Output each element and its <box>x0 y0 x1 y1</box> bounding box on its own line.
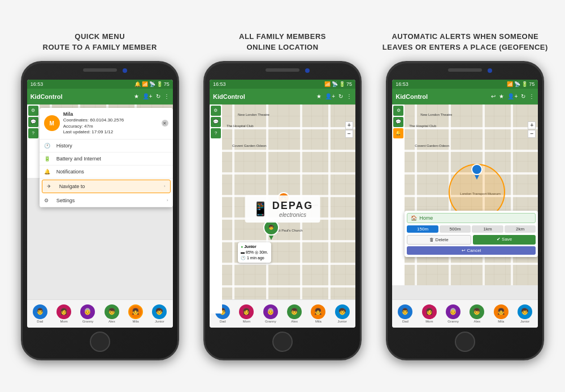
family-bar-2: 👨 Dad 👩 Mom 👵 Granny 👦 <box>210 299 355 328</box>
star-icon[interactable]: ★ <box>134 93 139 99</box>
help-sidebar-icon-2[interactable]: ? <box>211 128 221 138</box>
phone-3: 16:53 📶 📡 🔋 75 KidControl ↩ ★ <box>386 61 544 360</box>
junior-name: Junior <box>244 244 256 250</box>
map-label-new-london-3: New London Theatre <box>420 113 452 116</box>
refresh-icon-3[interactable]: ↻ <box>521 93 525 99</box>
phone-camera-2 <box>305 68 310 73</box>
dropdown-menu-1: M Mila Coordinates: 60.0104.30.2576 Accu… <box>40 108 173 207</box>
member-alex-3[interactable]: 👦 Alex <box>470 304 484 323</box>
depag-phone-icon: 📱 <box>252 201 269 217</box>
member-mila-2[interactable]: 👧 Mila <box>311 304 325 323</box>
road-h-2-8 <box>210 285 355 288</box>
history-label: History <box>56 143 72 149</box>
delete-geofence-btn[interactable]: 🗑 Delete <box>407 235 471 245</box>
member-dad-1[interactable]: 👨 Dad <box>33 304 47 323</box>
radius-500m[interactable]: 500m <box>440 225 471 233</box>
phone-section-1: QUICK MENU ROUTE TO A FAMILY MEMBER 16:5… <box>11 32 188 360</box>
chat-sidebar-icon-2[interactable]: 💬 <box>211 117 221 127</box>
member-junior-2[interactable]: 🧒 Junior <box>335 304 350 323</box>
more-icon-2[interactable]: ⋮ <box>346 93 352 99</box>
status-icons-1: 🔔 📶 📡 🔋 75 <box>134 81 169 87</box>
member-junior-1[interactable]: 🧒 Junior <box>152 304 167 323</box>
radius-1km[interactable]: 1km <box>472 225 503 233</box>
settings-sidebar-icon[interactable]: ⚙ <box>28 106 38 116</box>
signal-icon: 📡 <box>149 81 155 87</box>
refresh-icon[interactable]: ↻ <box>156 93 160 99</box>
map-controls-3[interactable]: + − <box>528 121 536 138</box>
close-dropdown-btn[interactable]: ✕ <box>162 120 168 127</box>
mom-avatar-3: 👩 <box>422 304 437 319</box>
alex-label-3: Alex <box>474 320 481 323</box>
family-bar-1: 👨 Dad 👩 Mom 👵 Granny 👦 <box>27 299 173 328</box>
caption-1: QUICK MENU ROUTE TO A FAMILY MEMBER <box>43 32 157 52</box>
geofence-panel: 🏠 Home 150m 500m 1km 2km <box>405 211 538 257</box>
road-v-3-4 <box>511 104 513 285</box>
member-alex-1[interactable]: 👦 Alex <box>105 304 119 323</box>
geofence-place-name: Home <box>419 215 433 221</box>
member-alex-2[interactable]: 👦 Alex <box>287 304 302 323</box>
menu-item-history[interactable]: 🕐 History <box>40 140 173 153</box>
road-v-3-1 <box>415 104 417 285</box>
junior-label-2: Junior <box>338 320 347 323</box>
home-button-3[interactable] <box>455 332 475 352</box>
add-person-icon-2[interactable]: 👤+ <box>325 93 335 99</box>
phone-camera-1 <box>123 68 127 73</box>
help-sidebar-icon[interactable]: ? <box>28 128 38 138</box>
mom-label-3: Mom <box>425 320 433 323</box>
dad-label-2: Dad <box>220 320 226 323</box>
app-title-2: KidControl <box>213 93 314 100</box>
settings-sidebar-icon-2[interactable]: ⚙ <box>211 106 221 116</box>
home-button-2[interactable] <box>272 332 293 352</box>
member-mila-1[interactable]: 👧 Mila <box>128 304 143 323</box>
junior-signal-icon: ◎ <box>255 250 258 255</box>
geofence-name-input[interactable]: 🏠 Home <box>407 213 536 223</box>
more-icon-3[interactable]: ⋮ <box>529 93 534 99</box>
member-mom-2[interactable]: 👩 Mom <box>239 304 254 323</box>
home-button-1[interactable] <box>90 332 110 352</box>
app-bar-3: KidControl ↩ ★ 👤+ ↻ ⋮ <box>392 89 538 104</box>
member-mom-1[interactable]: 👩 Mom <box>56 304 71 323</box>
member-granny-1[interactable]: 👵 Granny <box>80 304 95 323</box>
member-junior-3[interactable]: 🧒 Junior <box>518 304 532 323</box>
zoom-in-btn-3[interactable]: + <box>528 121 536 129</box>
menu-item-settings[interactable]: ⚙ Settings › <box>40 194 173 207</box>
map-area-3: New London Theatre The Hospital Club Cov… <box>392 104 538 285</box>
back-icon[interactable]: ↩ <box>491 93 496 99</box>
radius-150m[interactable]: 150m <box>407 225 438 233</box>
member-mom-3[interactable]: 👩 Mom <box>422 304 437 323</box>
settings-sidebar-icon-3[interactable]: ⚙ <box>393 106 403 116</box>
member-mila-3[interactable]: 👧 Mila <box>494 304 508 323</box>
road-h-2-6 <box>210 240 355 242</box>
status-bar-2: 16:53 📶 📡 🔋 75 <box>210 80 355 89</box>
zoom-out-btn-2[interactable]: − <box>345 130 353 138</box>
mila-label: Mila <box>133 320 139 323</box>
menu-item-notifications[interactable]: 🔔 Notifications <box>40 165 173 178</box>
map-controls-2[interactable]: + − <box>345 121 353 138</box>
battery-menu-icon: 🔋 <box>44 156 52 162</box>
zoom-in-btn-2[interactable]: + <box>345 121 353 129</box>
bell-sidebar-icon[interactable]: 🔔 <box>393 128 403 138</box>
member-granny-3[interactable]: 👵 Granny <box>446 304 460 323</box>
map-label-covent: Covent Garden-Odeon <box>232 144 267 147</box>
cancel-geofence-btn[interactable]: ↩ Cancel <box>407 246 536 255</box>
member-dad-3[interactable]: 👨 Dad <box>398 304 412 323</box>
more-icon[interactable]: ⋮ <box>164 93 169 99</box>
phone-2: 16:53 📶 📡 🔋 75 KidControl ★ � <box>203 61 362 360</box>
add-person-icon-3[interactable]: 👤+ <box>507 93 518 99</box>
radius-2km[interactable]: 2km <box>505 225 536 233</box>
alex-label-2: Alex <box>291 320 298 323</box>
star-icon-2[interactable]: ★ <box>316 93 321 99</box>
refresh-icon-2[interactable]: ↻ <box>338 93 343 99</box>
member-granny-2[interactable]: 👵 Granny <box>263 304 278 323</box>
menu-item-battery[interactable]: 🔋 Battery and Internet <box>40 153 173 165</box>
status-icons-2: 📶 📡 🔋 75 <box>324 81 352 87</box>
chat-sidebar-icon[interactable]: 💬 <box>28 117 38 127</box>
zoom-out-btn-3[interactable]: − <box>528 130 536 138</box>
granny-avatar: 👵 <box>80 304 95 319</box>
star-icon-3[interactable]: ★ <box>499 93 504 99</box>
save-geofence-btn[interactable]: ✔ Save <box>473 235 536 245</box>
add-person-icon[interactable]: 👤+ <box>142 93 153 99</box>
chat-sidebar-icon-3[interactable]: 💬 <box>393 117 403 127</box>
phone-section-2: ALL FAMILY MEMBERS ONLINE LOCATION 16:53… <box>194 32 371 360</box>
menu-item-navigate[interactable]: ✈ Navigate to › <box>42 180 171 193</box>
